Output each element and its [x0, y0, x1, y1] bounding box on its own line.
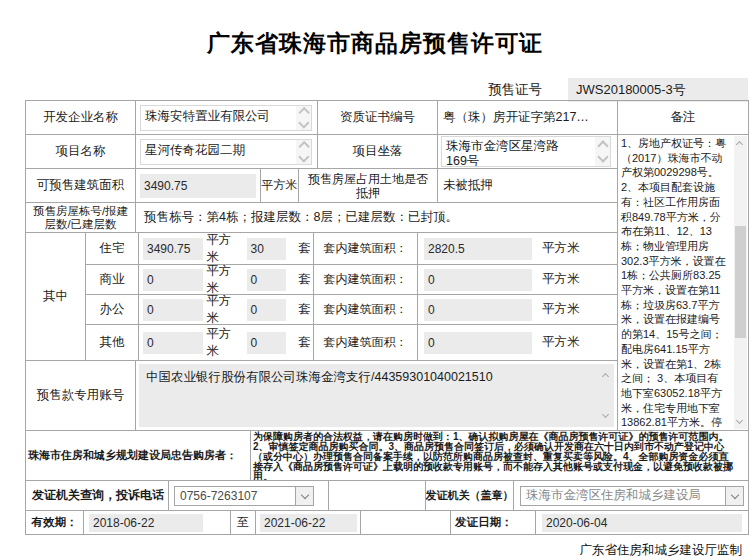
project-name-spinner[interactable]: [296, 140, 311, 164]
count-input[interactable]: 0: [247, 299, 286, 321]
advisory-text: 为保障购房者的合法权益，请在购房时做到：1、确认拟购房屋在《商品房预售许可证》的…: [251, 431, 749, 481]
chevron-down-icon: [298, 151, 309, 162]
presale-area-input[interactable]: 3490.75: [140, 174, 256, 198]
authority-value: 珠海市金湾区住房和城乡建设局: [521, 487, 725, 505]
area-unit-label: 平方米: [261, 169, 299, 203]
chevron-down-icon: [300, 490, 308, 498]
form-table: 开发企业名称 珠海安特置业有限公司 资质证书编号 粤（珠）房开证字第217…: [25, 100, 749, 535]
presale-area-label: 可预售建筑面积: [26, 169, 136, 203]
account-label: 预售款专用账号: [26, 361, 136, 431]
presale-permit-page: 广东省珠海市商品房预售许可证 预售证号 JWS20180005-3号 开发企业名…: [0, 0, 750, 560]
unit-area-label: 平方米: [206, 295, 242, 325]
row-area: 可预售建筑面积 3490.75 平方米 预售房屋占用土地是否抵押 未被抵押: [26, 169, 618, 203]
dropdown-button[interactable]: [295, 487, 313, 505]
count-input[interactable]: 0: [247, 332, 286, 354]
type-label: 商业: [86, 265, 139, 295]
table-top-block: 开发企业名称 珠海安特置业有限公司 资质证书编号 粤（珠）房开证字第217…: [26, 101, 749, 431]
developer-input[interactable]: 珠海安特置业有限公司: [140, 105, 312, 131]
row-developer: 开发企业名称 珠海安特置业有限公司 资质证书编号 粤（珠）房开证字第217…: [26, 101, 618, 135]
unit-count-label: 套: [299, 301, 312, 318]
location-value: 珠海市金湾区星湾路 169号: [442, 137, 595, 166]
cert-no-label: 资质证书编号: [318, 101, 438, 135]
area-input[interactable]: 3490.75: [143, 238, 203, 260]
footer-text: 广东省住房和城乡建设厅监制: [580, 542, 743, 559]
permit-number-field[interactable]: JWS20180005-3号: [568, 78, 748, 102]
count-value: 0: [251, 303, 258, 317]
inner-area-label: 套内建筑面积：: [314, 295, 418, 325]
area-input[interactable]: 0: [143, 269, 203, 291]
permit-number-row: 预售证号 JWS20180005-3号: [488, 78, 748, 102]
building-value: 预售栋号：第4栋；报建层数：8层；已建层数：已封顶。: [136, 203, 618, 233]
area-input[interactable]: 0: [143, 332, 203, 354]
issue-date-label: 发证日期：: [451, 511, 536, 535]
inner-area-label: 套内建筑面积：: [314, 325, 418, 361]
row-advisory: 珠海市住房和城乡规划建设局忠告购房者： 为保障购房者的合法权益，请在购房时做到：…: [26, 431, 749, 481]
inner-area-input[interactable]: 0: [424, 269, 532, 291]
unit-area-label: 平方米: [542, 271, 580, 288]
unit-area-label: 平方米: [542, 301, 580, 318]
area-input[interactable]: 0: [143, 299, 203, 321]
breakdown-row-other: 其他 0 平方米 0 套 套内建筑面积： 0 平方米: [86, 325, 618, 361]
cert-no-value: 粤（珠）房开证字第217…: [438, 101, 618, 135]
count-input[interactable]: 30: [247, 238, 286, 260]
validity-label: 有效期：: [26, 511, 84, 535]
remark-label: 备注: [618, 101, 749, 135]
project-name-input[interactable]: 星河传奇花园二期: [140, 139, 312, 165]
scrollbar-thumb[interactable]: [735, 226, 746, 338]
row-project: 项目名称 星河传奇花园二期 项目坐落 珠海市金湾区星: [26, 135, 618, 169]
remark-value: 1、房地产权证号：粤 （2017）珠海市不动 产权第0029298号。 2、本项…: [621, 136, 726, 430]
chevron-up-icon[interactable]: [736, 141, 743, 148]
phone-dropdown[interactable]: 0756-7263107: [174, 486, 314, 506]
authority-label: 发证机关（盖章）: [426, 481, 514, 511]
empty-cell: [329, 481, 426, 511]
location-label: 项目坐落: [318, 135, 438, 169]
breakdown-rows: 住宅 3490.75 平方米 30 套 套内建筑面积： 2820.5 平方米: [86, 233, 618, 361]
area-value: 0: [147, 273, 154, 287]
inner-area-label: 套内建筑面积：: [314, 265, 418, 295]
inner-area-value: 2820.5: [428, 242, 465, 256]
type-label: 住宅: [86, 233, 139, 265]
account-value: 中国农业银行股份有限公司珠海金湾支行/44359301040021510: [146, 369, 493, 386]
breakdown-group-label: 其中: [26, 233, 86, 361]
page-title: 广东省珠海市商品房预售许可证: [0, 28, 750, 59]
mortgage-label: 预售房屋占用土地是否抵押: [299, 169, 438, 203]
valid-to-value: 2021-06-22: [264, 516, 325, 530]
remark-scrollbar[interactable]: [734, 136, 747, 429]
chevron-down-icon[interactable]: [736, 417, 743, 424]
valid-to-input[interactable]: 2021-06-22: [260, 514, 357, 532]
chevron-down-icon: [597, 151, 608, 162]
account-textarea[interactable]: 中国农业银行股份有限公司珠海金湾支行/44359301040021510: [139, 364, 614, 427]
count-value: 0: [251, 273, 258, 287]
unit-area-label: 平方米: [542, 334, 580, 351]
table-left-main: 开发企业名称 珠海安特置业有限公司 资质证书编号 粤（珠）房开证字第217…: [26, 101, 618, 431]
unit-area-label: 平方米: [206, 233, 242, 265]
location-input[interactable]: 珠海市金湾区星湾路 169号: [441, 136, 611, 167]
inner-area-input[interactable]: 0: [424, 299, 532, 321]
dropdown-button[interactable]: [725, 487, 743, 505]
chevron-down-icon[interactable]: [602, 411, 609, 418]
count-input[interactable]: 0: [247, 269, 286, 291]
presale-area-value: 3490.75: [144, 179, 187, 193]
project-name-label: 项目名称: [26, 135, 136, 169]
authority-dropdown[interactable]: 珠海市金湾区住房和城乡建设局: [520, 486, 744, 506]
location-spinner[interactable]: [595, 137, 610, 166]
empty-cell: [361, 511, 451, 535]
permit-number-value: JWS20180005-3号: [576, 81, 686, 99]
inner-area-value: 0: [428, 273, 435, 287]
permit-number-label: 预售证号: [488, 81, 542, 99]
developer-spinner[interactable]: [296, 106, 311, 130]
row-validity: 有效期： 2018-06-22 至 2021-06-22 发证日期： 2020-…: [26, 511, 749, 535]
remark-textarea[interactable]: 1、房地产权证号：粤 （2017）珠海市不动 产权第0029298号。 2、本项…: [618, 135, 749, 431]
inner-area-input[interactable]: 0: [424, 332, 532, 354]
issue-date-input[interactable]: 2020-06-04: [542, 514, 742, 532]
chevron-up-icon[interactable]: [602, 373, 609, 380]
row-building: 预售房屋栋号/报建层数/已建层数 预售栋号：第4栋；报建层数：8层；已建层数：已…: [26, 203, 618, 233]
breakdown-block: 其中 住宅 3490.75 平方米 30 套 套内建筑面积：: [26, 233, 618, 361]
phone-value: 0756-7263107: [175, 487, 295, 505]
area-value: 3490.75: [147, 242, 190, 256]
inner-area-input[interactable]: 2820.5: [424, 238, 532, 260]
valid-from-input[interactable]: 2018-06-22: [89, 514, 203, 532]
inner-area-value: 0: [428, 336, 435, 350]
area-value: 0: [147, 336, 154, 350]
unit-count-label: 套: [299, 240, 312, 257]
